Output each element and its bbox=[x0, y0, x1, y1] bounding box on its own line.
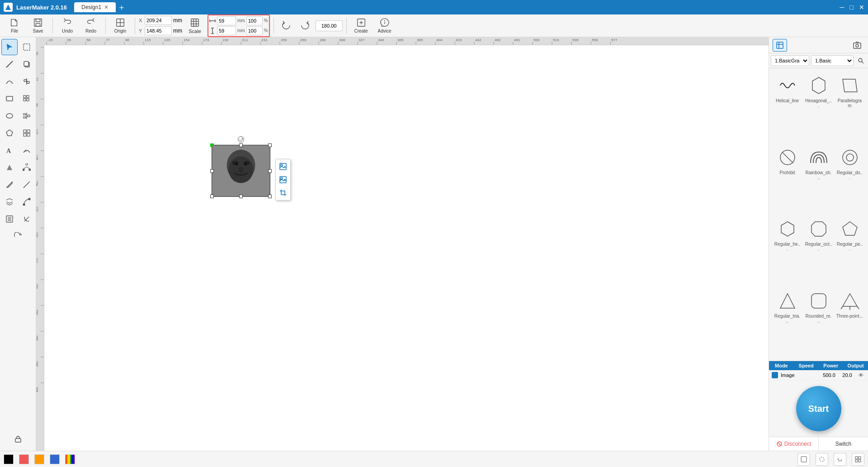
shape-parallelogram[interactable]: Parallelogram bbox=[835, 72, 864, 142]
shape-regular-pe[interactable]: Regular_pe... bbox=[835, 215, 864, 286]
angle-input[interactable] bbox=[316, 20, 343, 31]
svg-text:269: 269 bbox=[36, 335, 38, 341]
shape-rainbow[interactable]: Rainbow_sh... bbox=[804, 144, 833, 214]
layer-power-value: 20.0 bbox=[838, 372, 856, 378]
rotate-ccw-button[interactable] bbox=[278, 16, 295, 36]
redo-button[interactable]: Redo bbox=[80, 16, 102, 36]
close-button[interactable]: ✕ bbox=[859, 4, 864, 11]
left-panel: A A bbox=[0, 37, 36, 451]
color-orange[interactable] bbox=[34, 454, 44, 464]
canvas-background[interactable] bbox=[44, 45, 769, 451]
line-tool[interactable] bbox=[1, 56, 18, 72]
ellipse-tool[interactable] bbox=[1, 108, 18, 124]
minimize-button[interactable]: ─ bbox=[840, 4, 844, 11]
rotate-cw-button[interactable] bbox=[297, 16, 314, 36]
shape-rounded-re[interactable]: Rounded_re... bbox=[804, 287, 833, 357]
context-image-btn[interactable] bbox=[277, 160, 289, 173]
create-button[interactable]: Create bbox=[350, 16, 372, 36]
text-on-path-tool[interactable]: A bbox=[19, 142, 35, 158]
layers-tool[interactable] bbox=[1, 194, 18, 210]
measure-tool[interactable] bbox=[19, 176, 35, 193]
color-black[interactable] bbox=[4, 454, 14, 464]
disconnect-button[interactable]: Disconnect bbox=[769, 437, 818, 451]
status-lasso-tool[interactable] bbox=[816, 453, 828, 466]
rotate-handle[interactable] bbox=[238, 136, 244, 143]
copy-tool[interactable] bbox=[19, 56, 35, 72]
width-pct[interactable] bbox=[246, 16, 263, 25]
lock-tool[interactable] bbox=[10, 431, 26, 447]
handle-bottom-center[interactable] bbox=[239, 195, 243, 198]
handle-bottom-left[interactable] bbox=[210, 195, 214, 198]
path-tool[interactable] bbox=[19, 194, 35, 210]
curve-tool[interactable] bbox=[1, 73, 18, 90]
context-process-btn[interactable] bbox=[277, 173, 289, 186]
fill-tool[interactable] bbox=[1, 159, 18, 176]
rect-tool[interactable] bbox=[1, 91, 18, 107]
shape-hexagonal[interactable]: Hexagonal_... bbox=[804, 72, 833, 142]
status-history-tool[interactable] bbox=[834, 453, 846, 466]
shape-regular-he[interactable]: Regular_he... bbox=[773, 215, 802, 286]
width-input[interactable] bbox=[217, 16, 236, 25]
distribute-tool[interactable] bbox=[19, 108, 35, 124]
status-select-tool[interactable] bbox=[797, 453, 810, 466]
y-input[interactable] bbox=[145, 26, 172, 35]
shape-regular-do[interactable]: Regular_do... bbox=[835, 144, 864, 214]
select-region-tool[interactable] bbox=[19, 39, 35, 55]
loader-tool[interactable] bbox=[10, 228, 26, 244]
scale-button[interactable]: Scale bbox=[184, 16, 206, 36]
text-tool[interactable]: A bbox=[1, 142, 18, 158]
origin-button[interactable]: Origin bbox=[109, 16, 131, 36]
x-input[interactable] bbox=[145, 16, 172, 25]
close-tab-icon[interactable]: ✕ bbox=[104, 4, 108, 10]
advice-button[interactable]: Advice bbox=[374, 16, 396, 36]
shape-helical-line[interactable]: Helical_line bbox=[773, 72, 802, 142]
add-tab-button[interactable]: ＋ bbox=[118, 2, 126, 13]
switch-button[interactable]: Switch bbox=[818, 437, 868, 451]
height-input[interactable] bbox=[217, 26, 236, 35]
color-red[interactable] bbox=[19, 454, 29, 464]
handle-top-center[interactable] bbox=[239, 143, 243, 147]
shapes-view-btn[interactable] bbox=[773, 39, 787, 52]
select-tool[interactable] bbox=[1, 39, 18, 55]
handle-mid-left[interactable] bbox=[210, 169, 214, 173]
color-blue[interactable] bbox=[50, 454, 60, 464]
shapes-search-button[interactable] bbox=[855, 55, 866, 66]
shape-prohibit[interactable]: Prohibit bbox=[773, 144, 802, 214]
category1-select[interactable]: 1.BasicGra bbox=[771, 55, 809, 66]
category2-select[interactable]: 1.Basic bbox=[811, 55, 854, 66]
layer-visibility-toggle[interactable]: 👁 bbox=[856, 372, 865, 378]
maximize-button[interactable]: □ bbox=[850, 4, 854, 11]
canvas-area[interactable]: -193958779611513515417319221123125026928… bbox=[36, 37, 769, 451]
camera-view-btn[interactable] bbox=[850, 39, 864, 52]
undo-button[interactable]: Undo bbox=[57, 16, 78, 36]
status-grid-tool[interactable] bbox=[852, 453, 864, 466]
align-tool[interactable] bbox=[19, 73, 35, 90]
file-button[interactable]: File bbox=[4, 16, 25, 36]
nesting-tool[interactable] bbox=[19, 125, 35, 141]
context-crop-btn[interactable] bbox=[277, 186, 289, 199]
shape-three-point[interactable]: Three-point... bbox=[835, 287, 864, 357]
shape-regular-tria[interactable]: Regular_tria... bbox=[773, 287, 802, 357]
design-tab[interactable]: Design1 ✕ bbox=[74, 2, 116, 12]
svg-rect-38 bbox=[24, 117, 26, 118]
handle-bottom-right[interactable] bbox=[268, 195, 272, 198]
settings-tool[interactable] bbox=[1, 211, 18, 227]
edit-node-tool[interactable] bbox=[19, 159, 35, 176]
layer-row-image[interactable]: Image 500.0 20.0 👁 bbox=[769, 370, 868, 381]
handle-mid-right[interactable] bbox=[268, 169, 272, 173]
selected-image-container[interactable] bbox=[212, 145, 270, 197]
power-header: Power bbox=[819, 361, 844, 370]
shape-regular-oct[interactable]: Regular_oct... bbox=[804, 215, 833, 286]
handle-top-right[interactable] bbox=[268, 143, 272, 147]
color-gradient[interactable] bbox=[65, 454, 75, 464]
grid-tool[interactable] bbox=[19, 91, 35, 107]
save-button[interactable]: Save bbox=[27, 16, 49, 36]
boolean-tool[interactable] bbox=[19, 211, 35, 227]
canvas-image bbox=[212, 145, 270, 196]
shape-regular-oct-label: Regular_oct... bbox=[805, 242, 832, 252]
polygon-tool[interactable] bbox=[1, 125, 18, 141]
start-button[interactable]: Start bbox=[796, 386, 841, 431]
svg-marker-179 bbox=[843, 222, 857, 235]
height-pct[interactable] bbox=[246, 26, 263, 35]
pencil-tool[interactable] bbox=[1, 176, 18, 193]
